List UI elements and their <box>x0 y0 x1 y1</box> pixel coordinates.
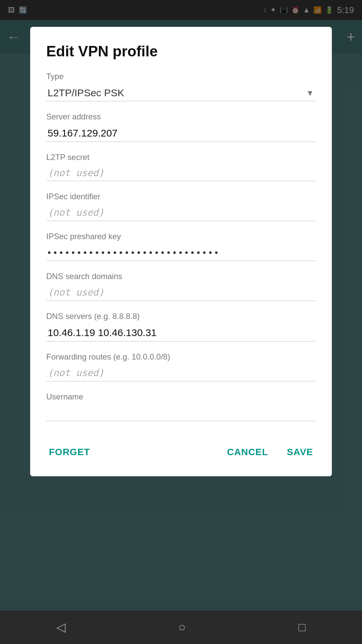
server-address-input[interactable] <box>46 124 316 142</box>
type-select[interactable]: L2TP/IPSec PSK L2TP/IPSec RSA IPSec Xaut… <box>46 84 316 101</box>
username-label: Username <box>46 392 316 401</box>
save-button[interactable]: SAVE <box>284 441 316 463</box>
forwarding-routes-label: Forwarding routes (e.g. 10.0.0.0/8) <box>46 352 316 362</box>
server-address-label: Server address <box>46 112 316 121</box>
forwarding-routes-wrapper[interactable] <box>46 364 316 381</box>
dialog-buttons: FORGET CANCEL SAVE <box>46 435 316 463</box>
dns-servers-input[interactable] <box>46 324 316 341</box>
dns-servers-label: DNS servers (e.g. 8.8.8.8) <box>46 312 316 321</box>
type-label: Type <box>46 72 316 81</box>
username-wrapper[interactable] <box>46 404 316 421</box>
forget-button[interactable]: FORGET <box>46 441 93 463</box>
l2tp-secret-label: L2TP secret <box>46 153 316 162</box>
dns-search-domains-input[interactable] <box>46 284 316 301</box>
ipsec-preshared-key-input[interactable] <box>46 244 316 261</box>
ipsec-preshared-key-wrapper[interactable] <box>46 244 316 261</box>
dialog-title: Edit VPN profile <box>46 43 316 60</box>
dns-servers-wrapper[interactable] <box>46 324 316 341</box>
ipsec-preshared-key-label: IPSec preshared key <box>46 232 316 241</box>
edit-vpn-dialog: Edit VPN profile Type L2TP/IPSec PSK L2T… <box>30 27 332 476</box>
l2tp-secret-wrapper[interactable] <box>46 165 316 181</box>
cancel-button[interactable]: CANCEL <box>224 441 271 463</box>
home-nav-icon[interactable]: ○ <box>178 620 186 634</box>
dialog-overlay: Edit VPN profile Type L2TP/IPSec PSK L2T… <box>0 0 362 610</box>
username-input[interactable] <box>46 404 316 421</box>
dns-search-domains-wrapper[interactable] <box>46 284 316 301</box>
type-dropdown-wrapper[interactable]: L2TP/IPSec PSK L2TP/IPSec RSA IPSec Xaut… <box>46 84 316 101</box>
l2tp-secret-input[interactable] <box>46 165 316 181</box>
ipsec-identifier-input[interactable] <box>46 204 316 221</box>
recents-nav-icon[interactable]: □ <box>298 620 306 634</box>
back-nav-icon[interactable]: ◁ <box>56 620 66 634</box>
nav-bar: ◁ ○ □ <box>0 610 362 644</box>
ipsec-identifier-wrapper[interactable] <box>46 204 316 221</box>
ipsec-identifier-label: IPSec identifier <box>46 192 316 201</box>
right-buttons-group: CANCEL SAVE <box>224 441 316 463</box>
server-address-wrapper[interactable] <box>46 124 316 142</box>
dns-search-domains-label: DNS search domains <box>46 272 316 281</box>
forwarding-routes-input[interactable] <box>46 364 316 381</box>
